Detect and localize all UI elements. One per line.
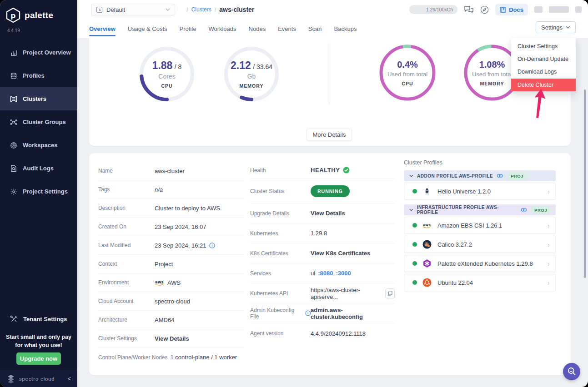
detail-row-upgrade-details: Upgrade Details View Details xyxy=(250,203,395,223)
view-k8s-certificates-link[interactable]: View K8s Certificates xyxy=(311,250,370,257)
cpu-usage-percent: 0.4% xyxy=(397,60,418,70)
infrastructure-profile-header[interactable]: INFRASTRUCTURE PROFILE AWS-PROFILE PROJ xyxy=(404,204,556,215)
copy-api-url-button[interactable] xyxy=(385,288,395,298)
info-icon[interactable] xyxy=(305,310,311,316)
tab-usage-costs[interactable]: Usage & Costs xyxy=(128,21,167,36)
addon-profile-header[interactable]: ADDON PROFILE AWS-PROFILE PROJ xyxy=(404,170,556,181)
profile-item-hello-universe[interactable]: Hello Universe 1.2.0 › xyxy=(404,183,556,200)
sidebar: p palette 4.4.19 Project Overview Profil… xyxy=(0,0,77,387)
sidebar-item-project-settings[interactable]: Project Settings xyxy=(0,180,77,203)
menu-item-cluster-settings[interactable]: Cluster Settings xyxy=(511,40,576,53)
tab-backups[interactable]: Backups xyxy=(334,21,357,36)
sidebar-item-audit-logs[interactable]: Audit Logs xyxy=(0,157,77,180)
clusters-icon xyxy=(10,95,17,103)
upgrade-view-details-link[interactable]: View Details xyxy=(311,210,345,217)
tab-overview[interactable]: Overview xyxy=(89,21,116,36)
sidebar-item-workspaces[interactable]: Workspaces xyxy=(0,134,77,157)
cluster-settings-view-details-link[interactable]: View Details xyxy=(155,335,189,342)
kubeconfig-download-link[interactable]: admin.aws-cluster.kubeconfig xyxy=(311,307,395,320)
sidebar-item-label: Clusters xyxy=(23,95,46,102)
detail-row-description: Description Cluster to deploy to AWS. xyxy=(98,199,244,218)
detail-row-environment: Environment aws AWS xyxy=(98,273,244,292)
cpu-usage-caption: Used from total xyxy=(387,71,427,78)
menu-item-download-logs[interactable]: Download Logs xyxy=(511,65,576,78)
more-details-button[interactable]: More Details xyxy=(307,129,352,141)
cluster-tabs: Overview Usage & Costs Profile Workloads… xyxy=(89,21,357,36)
cpu-used-value: 1.88 xyxy=(152,60,173,71)
project-selector[interactable]: Default xyxy=(91,4,175,15)
sidebar-item-label: Project Settings xyxy=(23,188,68,195)
profile-item-ubuntu[interactable]: Ubuntu 22.04 › xyxy=(404,274,556,291)
svg-text:aws: aws xyxy=(155,280,164,284)
sidebar-item-profiles[interactable]: Profiles xyxy=(0,64,77,87)
target-icon xyxy=(10,142,17,149)
profile-item-amazon-ebs-csi[interactable]: aws Amazon EBS CSI 1.26.1 › xyxy=(404,217,556,234)
sidebar-item-clusters[interactable]: Clusters xyxy=(0,87,77,110)
upgrade-promo: Start small and only pay for what you us… xyxy=(0,333,77,349)
gear-icon xyxy=(10,188,17,195)
promo-line-1: Start small and only pay xyxy=(0,333,77,341)
upgrade-now-button[interactable]: Upgrade now xyxy=(16,352,61,365)
service-port-3000-link[interactable]: :3000 xyxy=(336,270,351,277)
nodes-icon xyxy=(10,119,17,126)
settings-button-label: Settings xyxy=(541,24,563,31)
collapse-sidebar-icon[interactable]: < xyxy=(67,375,71,382)
chat-bubbles-icon xyxy=(464,5,474,14)
doc-search-icon xyxy=(10,165,17,172)
tab-scan[interactable]: Scan xyxy=(308,21,322,36)
promo-line-2: for what you use! xyxy=(0,341,77,349)
cpu-gauge-label: CPU xyxy=(161,83,172,89)
chevron-down-icon xyxy=(409,174,413,177)
detail-row-created-on: Created On 23 Sep 2024, 16:07 xyxy=(98,218,244,236)
copy-icon xyxy=(387,291,392,296)
chevron-down-icon xyxy=(166,8,170,11)
sidebar-item-tenant-settings[interactable]: Tenant Settings xyxy=(0,309,77,329)
search-chat-fab[interactable] xyxy=(563,363,580,380)
topbar-actions: 1.29/100kCh Docs xyxy=(409,3,582,16)
detail-row-k8s-certificates: K8s Certificates View K8s Certificates xyxy=(250,243,395,263)
menu-item-on-demand-update[interactable]: On-Demand Update xyxy=(511,53,576,65)
sidebar-footer: spectro cloud < xyxy=(0,370,77,387)
breadcrumb-clusters-link[interactable]: Clusters xyxy=(191,6,211,13)
footer-brand: spectro cloud xyxy=(19,376,64,382)
pxk-icon xyxy=(422,259,432,268)
tools-icon xyxy=(10,315,18,323)
chevron-down-icon xyxy=(409,208,413,211)
sidebar-item-project-overview[interactable]: Project Overview xyxy=(0,41,77,64)
chevron-right-icon: › xyxy=(548,241,550,248)
settings-button[interactable]: Settings xyxy=(536,21,576,33)
chevron-right-icon: › xyxy=(548,222,550,229)
brand-name: palette xyxy=(25,10,53,20)
spectro-cloud-logo xyxy=(6,374,15,383)
chevron-right-icon: › xyxy=(548,279,550,287)
explore-button[interactable] xyxy=(480,5,489,14)
cluster-profiles-panel: Cluster Profiles ADDON PROFILE AWS-PROFI… xyxy=(404,159,556,293)
profile-item-palette-extended-kubernetes[interactable]: Palette eXtended Kubernetes 1.29.8 › xyxy=(404,255,556,272)
vertical-scrollbar[interactable] xyxy=(584,89,586,278)
detail-row-cloud-account: Cloud Account spectro-cloud xyxy=(98,292,244,311)
sidebar-item-label: Workspaces xyxy=(23,142,57,149)
feedback-button[interactable] xyxy=(464,5,474,14)
detail-row-agent-version: Agent version 4.4.9/20240912.1118 xyxy=(250,323,395,343)
svg-text:aws: aws xyxy=(423,223,431,227)
detail-row-cluster-status: Cluster Status RUNNING xyxy=(250,179,395,203)
tab-profile[interactable]: Profile xyxy=(180,21,196,36)
app-version: 4.4.19 xyxy=(7,28,20,33)
aws-icon: aws xyxy=(155,279,165,286)
tab-workloads[interactable]: Workloads xyxy=(208,21,236,36)
service-port-8080-link[interactable]: :8080 xyxy=(318,270,333,277)
detail-row-health: Health HEALTHY xyxy=(250,162,395,179)
info-icon[interactable] xyxy=(209,243,215,248)
sidebar-item-label: Tenant Settings xyxy=(23,316,67,322)
detail-row-admin-kubeconfig: Admin Kubeconfig File admin.aws-cluster.… xyxy=(250,303,395,323)
docs-label: Docs xyxy=(509,6,523,13)
topbar: Default / Clusters / aws-cluster 1.29/10… xyxy=(77,0,588,38)
tab-events[interactable]: Events xyxy=(278,21,296,36)
sidebar-item-cluster-groups[interactable]: Cluster Groups xyxy=(0,110,77,134)
docs-button[interactable]: Docs xyxy=(495,4,528,15)
tab-nodes[interactable]: Nodes xyxy=(249,21,266,36)
status-dot xyxy=(412,223,417,228)
cpu-usage-label: CPU xyxy=(402,81,413,86)
breadcrumb: / Clusters / aws-cluster xyxy=(186,4,254,15)
profile-item-calico[interactable]: Calico 3.27.2 › xyxy=(404,236,556,253)
